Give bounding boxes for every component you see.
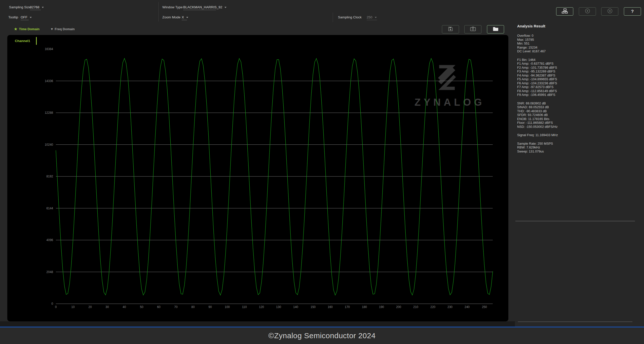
x-tick-label: 110 <box>239 305 250 309</box>
analysis-section: Signal Freq: 11.169433 MHz <box>517 133 638 137</box>
x-tick-label: 190 <box>376 305 387 309</box>
x-tick-label: 50 <box>136 305 147 309</box>
save-button[interactable] <box>442 25 459 33</box>
app-root: Sampling Size 32768 Tooltip OFF Window T… <box>0 0 644 344</box>
x-tick-label: 130 <box>273 305 284 309</box>
x-tick-label: 30 <box>102 305 113 309</box>
window-type-select[interactable]: BLACKMAN_HARRIS_92 <box>183 5 226 9</box>
y-tick-label: 2048 <box>29 270 53 274</box>
play-button[interactable] <box>579 7 596 16</box>
analysis-divider <box>515 221 635 221</box>
x-tick-label: 230 <box>444 305 456 309</box>
x-tick-label: 90 <box>205 305 216 309</box>
analysis-line: SINAD: 69.052553 dB <box>517 105 638 109</box>
x-tick-label: 160 <box>325 305 336 309</box>
x-tick-label: 100 <box>222 305 233 309</box>
svg-text:R: R <box>609 10 611 12</box>
x-tick-label: 80 <box>187 305 199 309</box>
record-button[interactable]: R <box>601 7 618 16</box>
x-tick-label: 250 <box>479 305 490 309</box>
screenshot-button[interactable] <box>464 25 481 33</box>
save-floppy-icon <box>448 26 453 32</box>
analysis-line: F9 Amp: -106.45991 dBFS <box>517 93 638 97</box>
analysis-line: SFDR: 93.724606 dB <box>517 113 638 117</box>
x-tick-label: 180 <box>359 305 370 309</box>
footer: ©Zynalog Semiconductor 2024 <box>0 327 644 344</box>
analysis-line: F1 Amp: -0.637781 dBFS <box>517 62 638 66</box>
analysis-line: F3 Amp: -95.132269 dBFS <box>517 69 638 73</box>
y-tick-label: 8192 <box>29 175 53 178</box>
y-tick-label: 14336 <box>29 79 53 83</box>
analysis-line: F5 Amp: -104.899655 dBFS <box>517 77 638 81</box>
analysis-line: Signal Freq: 11.169433 MHz <box>517 133 638 137</box>
lan-devices-icon <box>561 8 568 15</box>
sampling-clock-select: 250 <box>367 15 377 19</box>
x-tick-label: 140 <box>290 305 301 309</box>
analysis-section: Overflow: 0Max: 15785Min: 551Range: 1523… <box>517 34 638 53</box>
play-circle-icon <box>585 8 590 15</box>
sampling-clock-underline <box>367 20 377 20</box>
star-icon: ★ <box>14 27 17 31</box>
analysis-line: NSD: -150.053002 dBFS/Hz <box>517 125 638 129</box>
analysis-line: DC Level: 8167.467 <box>517 49 638 53</box>
question-mark-icon: ? <box>631 9 634 14</box>
tab-freq-domain[interactable]: ♥ Freq Domain <box>51 27 75 31</box>
x-tick-label: 60 <box>153 305 164 309</box>
camera-icon <box>470 26 476 32</box>
x-tick-label: 210 <box>410 305 421 309</box>
y-tick-label: 6144 <box>29 207 53 210</box>
analysis-line: F8 Amp: -112.856149 dBFS <box>517 89 638 93</box>
x-tick-label: 70 <box>170 305 181 309</box>
window-type-underline <box>183 10 216 10</box>
tab-label: Freq Domain <box>55 27 74 31</box>
y-tick-label: 12288 <box>29 111 53 114</box>
analysis-section: Sample Rate: 250 MSPSRBW: 7.629kHzSweep:… <box>517 142 638 154</box>
x-tick-label: 150 <box>308 305 319 309</box>
tab-time-domain[interactable]: ★ Time Domain <box>14 27 40 31</box>
tooltip-select[interactable]: OFF <box>21 15 32 19</box>
analysis-line: ENOB: 11.178165 Bits <box>517 117 638 121</box>
toolbar-divider <box>333 13 333 22</box>
analysis-line: THD: -90.483833 dB <box>517 109 638 113</box>
footer-copyright: ©Zynalog Semiconductor 2024 <box>269 331 376 340</box>
tab-label: Time Domain <box>19 27 40 31</box>
devices-button[interactable] <box>556 7 573 16</box>
x-tick-label: 0 <box>50 305 61 309</box>
x-tick-label: 240 <box>462 305 473 309</box>
heart-icon: ♥ <box>51 27 53 31</box>
chevron-down-icon <box>186 17 188 18</box>
analysis-line: Min: 551 <box>517 42 638 46</box>
analysis-line: F4 Amp: -94.362387 dBFS <box>517 73 638 78</box>
analysis-line: Sample Rate: 250 MSPS <box>517 142 638 146</box>
toolbar-divider <box>158 2 159 22</box>
analysis-body: Overflow: 0Max: 15785Min: 551Range: 1523… <box>517 34 638 158</box>
x-tick-label: 40 <box>119 305 130 309</box>
analysis-line: RBW: 7.629kHz <box>517 145 638 149</box>
help-button[interactable]: ? <box>624 7 641 16</box>
analysis-title: Analysis Result <box>517 24 545 28</box>
analysis-line: Max: 15785 <box>517 38 638 42</box>
analysis-section: SNR: 69.083902 dBSINAD: 69.052553 dBTHD:… <box>517 101 638 129</box>
sampling-size-select[interactable]: 32768 <box>30 5 44 9</box>
zoom-mode-label: Zoom Mode <box>162 15 180 19</box>
y-tick-label: 0 <box>29 302 53 305</box>
chevron-down-icon <box>42 7 44 8</box>
tooltip-underline <box>21 20 29 20</box>
chevron-down-icon <box>224 7 226 8</box>
analysis-line: F2 Amp: -101.735786 dBFS <box>517 66 638 70</box>
analysis-line: F6 Amp: -104.233236 dBFS <box>517 81 638 85</box>
analysis-line: Range: 15234 <box>517 46 638 50</box>
open-file-button[interactable] <box>487 25 504 33</box>
chart-shadow-strip <box>0 321 515 327</box>
analysis-line: Floor: -111.865882 dBFS <box>517 121 638 125</box>
analysis-line: F1 Bin: 1464 <box>517 58 638 62</box>
folder-open-icon <box>493 26 499 32</box>
y-tick-label: 10240 <box>29 143 53 146</box>
x-tick-label: 20 <box>85 305 96 309</box>
analysis-line: Sweep: 131.079us <box>517 149 638 154</box>
tooltip-label: Tooltip <box>8 15 18 19</box>
plot-area[interactable] <box>7 35 508 321</box>
waveform-trace <box>56 58 493 295</box>
zoom-mode-select[interactable]: X <box>182 15 188 19</box>
analysis-section: F1 Bin: 1464F1 Amp: -0.637781 dBFSF2 Amp… <box>517 58 638 97</box>
